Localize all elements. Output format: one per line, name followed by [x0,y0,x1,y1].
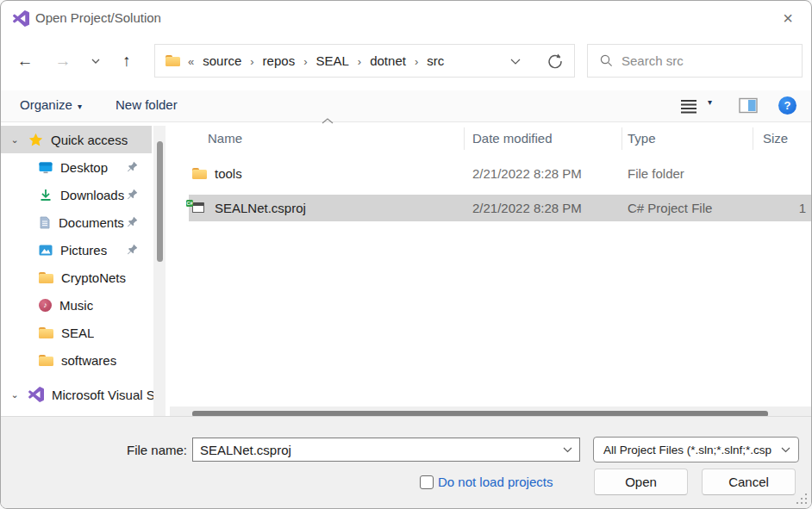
column-divider[interactable] [464,127,465,150]
view-mode-button[interactable] [680,98,697,114]
file-name: tools [215,166,242,181]
sidebar-item-label: Pictures [60,243,107,258]
open-button-label: Open [625,475,657,489]
search-input[interactable]: Search src [587,44,803,78]
sidebar-item-label: SEAL [61,326,94,340]
search-placeholder: Search src [621,53,684,68]
back-button[interactable]: ← [13,49,37,73]
sidebar-item-seal[interactable]: SEAL [1,319,170,346]
breadcrumb-collapse[interactable]: « [188,54,194,68]
sidebar-item-microsoft-visual-studio[interactable]: ⌄ Microsoft Visual S [1,381,170,408]
breadcrumb-item-src[interactable]: src [426,52,445,70]
column-divider[interactable] [753,127,753,150]
cancel-button-label: Cancel [728,475,769,489]
views-dropdown-button[interactable]: ▾ [708,97,712,107]
sidebar-item-label: softwares [61,353,116,368]
do-not-load-projects-label[interactable]: Do not load projects [438,475,553,489]
close-icon: × [783,9,793,28]
footer-panel [1,416,811,509]
open-button[interactable]: Open [594,469,688,495]
new-folder-button[interactable]: New folder [116,97,178,112]
pin-icon [127,161,138,172]
downloads-icon [39,189,53,202]
pictures-icon [39,244,53,257]
preview-pane-icon [739,97,758,114]
folder-icon [39,355,53,366]
file-row-sealnet-csproj-selected[interactable]: C# SEALNet.csproj 2/21/2022 8:28 PM C# P… [189,195,812,221]
file-row-tools[interactable]: tools 2/21/2022 8:28 PM File folder [189,160,812,187]
column-header-type[interactable]: Type [628,131,656,146]
sidebar-item-documents[interactable]: Documents [1,208,170,236]
chevron-down-icon[interactable]: ⌄ [8,389,22,400]
music-note-glyph: ♪ [43,301,47,309]
breadcrumb-item-seal[interactable]: SEAL [315,52,349,70]
sidebar-item-pictures[interactable]: Pictures [1,236,170,264]
file-type: File folder [628,166,684,181]
breadcrumb-item-repos[interactable]: repos [262,52,297,70]
sidebar-item-downloads[interactable]: Downloads [1,181,170,208]
do-not-load-projects-checkbox[interactable] [420,475,434,489]
breadcrumb: « source › repos › SEAL › dotnet › src [166,52,445,70]
file-name-input[interactable]: SEALNet.csproj [192,438,580,462]
dialog-title: Open Project/Solution [35,10,161,25]
chevron-down-icon [781,447,790,453]
sidebar-item-quick-access[interactable]: ⌄ Quick access [1,126,152,153]
address-dropdown-button[interactable] [510,59,521,65]
open-project-dialog: Open Project/Solution × ← → ↑ « source ›… [0,0,812,509]
up-button[interactable]: ↑ [115,49,139,73]
column-divider[interactable] [621,127,622,150]
organize-button[interactable]: Organize▾ [20,97,82,112]
file-date: 2/21/2022 8:28 PM [472,166,582,181]
sidebar-scrollbar-thumb[interactable] [157,141,163,262]
title-bar: Open Project/Solution × [1,1,811,35]
refresh-icon [547,53,564,70]
column-header-name[interactable]: Name [208,131,242,146]
sidebar-item-label: Microsoft Visual S [52,388,155,402]
preview-pane-button[interactable] [739,97,758,114]
folder-icon [39,327,53,338]
file-size: 1 [799,201,806,215]
chevron-down-icon [510,59,521,65]
music-icon: ♪ [39,299,52,312]
sidebar-item-softwares[interactable]: softwares [1,346,170,374]
folder-icon [39,272,53,283]
file-name: SEALNet.csproj [215,201,306,215]
list-view-icon [680,98,697,114]
breadcrumb-item-source[interactable]: source [202,52,242,70]
breadcrumb-separator: › [358,54,361,68]
search-icon [600,54,613,67]
forward-button[interactable]: → [51,49,75,73]
column-header-date-modified[interactable]: Date modified [472,131,553,146]
column-header-size[interactable]: Size [763,131,788,146]
sidebar-item-label: CryptoNets [61,270,126,285]
cancel-button[interactable]: Cancel [702,469,796,495]
sidebar-item-music[interactable]: ♪ Music [1,291,170,319]
pin-icon [127,216,138,227]
visual-studio-logo-icon [13,10,29,27]
address-bar[interactable]: « source › repos › SEAL › dotnet › src [154,44,575,78]
help-button[interactable]: ? [778,96,796,115]
sidebar-item-label: Quick access [51,133,128,147]
sidebar-item-desktop[interactable]: Desktop [1,153,170,181]
list-header: Name Date modified Type Size [189,126,812,152]
pin-icon [127,189,138,200]
caret-down-icon: ▾ [708,97,712,107]
sidebar-item-label: Documents [59,215,124,230]
recent-locations-button[interactable] [84,49,108,73]
breadcrumb-item-dotnet[interactable]: dotnet [369,52,407,70]
chevron-down-icon[interactable]: ⌄ [8,134,22,146]
up-arrow-icon: ↑ [122,52,131,71]
organize-label: Organize [20,97,72,112]
file-type-select[interactable]: All Project Files (*.sln;*.slnf;*.csp [593,437,799,462]
chevron-down-icon[interactable] [563,447,572,453]
breadcrumb-separator: › [303,54,307,68]
resize-grip[interactable] [796,493,807,504]
refresh-button[interactable] [547,53,564,70]
star-icon [28,133,43,146]
new-folder-label: New folder [116,97,178,112]
close-button[interactable]: × [777,7,799,29]
question-mark-icon: ? [784,99,791,112]
sidebar-item-cryptonets[interactable]: CryptoNets [1,264,170,291]
file-date: 2/21/2022 8:28 PM [472,201,582,215]
csharp-badge: C# [186,200,193,207]
